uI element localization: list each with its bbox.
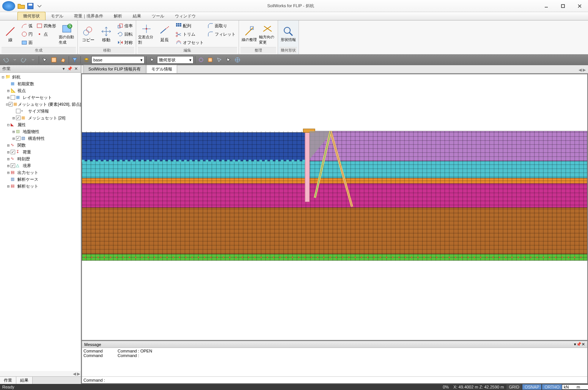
face-button[interactable]: 面: [20, 38, 34, 47]
axis-change-button[interactable]: 軸方向の変更: [259, 21, 276, 47]
view-nav-icon[interactable]: ◀ ▶: [576, 67, 588, 73]
tree-view[interactable]: ⊟📁斜杭 ▦初期変数 ⊞📐視点 ⊞▦レイヤーセット ⊟✓▦メッシュセット (要素…: [0, 73, 81, 371]
maximize-button[interactable]: [555, 1, 571, 11]
panel-pin-icon[interactable]: 📌: [67, 66, 72, 72]
tree-item[interactable]: ⊞∿時刻歴: [0, 155, 81, 162]
tree-root[interactable]: ⊟📁斜杭: [0, 74, 81, 80]
tree-item[interactable]: ⊞✓↧荷重: [0, 149, 81, 155]
redo-dropdown-icon[interactable]: [29, 56, 37, 64]
line-button[interactable]: 線: [2, 21, 19, 47]
ribbon-tab-window[interactable]: ウィンドウ: [170, 12, 201, 20]
mirror-button[interactable]: 対称: [116, 38, 134, 47]
checkbox[interactable]: ✓: [16, 136, 20, 141]
ribbon-tab-geometry[interactable]: 幾何形状: [17, 12, 46, 20]
select-box-button[interactable]: [50, 56, 58, 64]
offset-button[interactable]: オフセット: [174, 38, 205, 47]
fillet-button[interactable]: フィレット: [206, 30, 237, 38]
svg-point-33: [284, 27, 290, 33]
intersect-button[interactable]: 交差点分割: [138, 21, 155, 47]
tree-item[interactable]: ⊞✓▧構造特性: [0, 135, 81, 142]
chamfer-button[interactable]: 面取り: [206, 22, 237, 30]
panel-close-icon[interactable]: ✕: [73, 66, 79, 72]
model-canvas[interactable]: [82, 74, 587, 340]
checkbox[interactable]: ✓: [16, 116, 20, 120]
tree-item[interactable]: ⊟◣属性: [0, 121, 81, 128]
sidebar-tab-result[interactable]: 結果: [16, 377, 33, 384]
view-btn-4[interactable]: [224, 56, 233, 64]
view-btn-3[interactable]: [215, 56, 223, 64]
select-poly-button[interactable]: [59, 56, 67, 64]
struct-icon: ▧: [21, 136, 27, 141]
undo-dropdown-icon[interactable]: [11, 56, 19, 64]
panel-pin-icon[interactable]: 📌: [576, 342, 582, 347]
info-button[interactable]: 形状情報: [280, 21, 297, 47]
svg-point-252: [411, 257, 412, 258]
undo-button[interactable]: [2, 56, 10, 64]
cleanup-button[interactable]: 線の整理: [241, 21, 258, 47]
tree-item[interactable]: ⊞✓△境界: [0, 162, 81, 169]
view-btn-5[interactable]: [233, 56, 242, 64]
qat-open-button[interactable]: [17, 2, 25, 10]
array-button[interactable]: 配列: [174, 22, 205, 30]
qat-dropdown-icon[interactable]: [36, 2, 43, 10]
trim-button[interactable]: トリム: [174, 30, 205, 38]
app-orb-button[interactable]: [2, 1, 15, 11]
command-input[interactable]: Command :: [82, 376, 587, 383]
tree-item[interactable]: ⊟✓▦メッシュセット (要素[4928], 節点[6: [0, 101, 81, 108]
scale-button[interactable]: 倍率: [116, 22, 134, 30]
sidebar-title: 作業: [2, 66, 11, 72]
tree-item[interactable]: ⊞📐視点: [0, 87, 81, 94]
status-osnap-toggle[interactable]: OSNAP: [522, 384, 542, 390]
rect-button[interactable]: 四角形: [35, 22, 58, 30]
copy-button[interactable]: コピー: [79, 21, 97, 47]
status-grid-toggle[interactable]: GRID: [506, 384, 522, 390]
ribbon-tab-model[interactable]: モデル: [46, 12, 69, 20]
select-button[interactable]: [41, 56, 49, 64]
mode-select[interactable]: 幾何形状▾: [157, 56, 193, 64]
autoface-button[interactable]: S 面の自動生成: [58, 21, 76, 47]
sidebar-tab-work[interactable]: 作業: [0, 377, 16, 384]
tree-item[interactable]: ⊞∿関数: [0, 142, 81, 149]
tree-item[interactable]: ⊞✓▦メッシュセット [28]: [0, 114, 81, 121]
status-unit-force[interactable]: kN: [562, 385, 575, 389]
tree-item[interactable]: ⊞▤解析セット: [0, 183, 81, 190]
layer-select[interactable]: base▾: [91, 56, 145, 64]
ribbon-tab-result[interactable]: 結果: [127, 12, 146, 20]
checkbox[interactable]: ✓: [11, 163, 15, 168]
ribbon-tab-load-bc[interactable]: 荷重｜境界条件: [69, 12, 108, 20]
ribbon-tab-tool[interactable]: ツール: [146, 12, 170, 20]
circle-button[interactable]: 円: [20, 30, 34, 38]
checkbox[interactable]: [16, 109, 20, 113]
tree-item[interactable]: ⊞▨地盤物性: [0, 128, 81, 135]
rotate-button[interactable]: 回転: [116, 30, 134, 38]
minimize-button[interactable]: [538, 1, 555, 11]
status-ortho-toggle[interactable]: ORTHO: [542, 384, 562, 390]
svg-rect-23: [180, 23, 181, 25]
view-btn-2[interactable]: [206, 56, 214, 64]
view-tab-info[interactable]: SoilWorks for FLIP 情報共有: [83, 65, 146, 73]
checkbox[interactable]: ✓: [9, 102, 13, 107]
view-btn-1[interactable]: [197, 56, 205, 64]
panel-close-icon[interactable]: ✕: [582, 342, 585, 347]
tree-item[interactable]: ⊞▤出力セット: [0, 169, 81, 176]
move-button[interactable]: 移動: [97, 21, 115, 47]
panel-menu-icon[interactable]: ▾: [61, 66, 66, 72]
tree-item[interactable]: ▥解析ケース: [0, 176, 81, 183]
tree-item[interactable]: ⊞▦レイヤーセット: [0, 94, 81, 101]
view-tab-model[interactable]: モデル情報: [146, 65, 177, 73]
checkbox[interactable]: ✓: [11, 150, 15, 154]
checkbox[interactable]: [11, 95, 15, 100]
message-body[interactable]: CommandCommand : OPEN CommandCommand :: [82, 348, 587, 376]
tree-item[interactable]: ▫サイズ情報: [0, 108, 81, 114]
redo-button[interactable]: [20, 56, 28, 64]
arc-button[interactable]: 弧: [20, 22, 34, 30]
svg-rect-25: [178, 25, 179, 27]
point-button[interactable]: 点: [35, 30, 58, 38]
status-unit-length[interactable]: m: [575, 385, 588, 389]
qat-save-button[interactable]: [27, 2, 34, 10]
ribbon-tab-analysis[interactable]: 解析: [108, 12, 127, 20]
tree-item[interactable]: ▦初期変数: [0, 80, 81, 87]
extend-button[interactable]: 延長: [156, 21, 173, 47]
close-button[interactable]: [571, 1, 588, 11]
filter-button[interactable]: [71, 56, 79, 64]
